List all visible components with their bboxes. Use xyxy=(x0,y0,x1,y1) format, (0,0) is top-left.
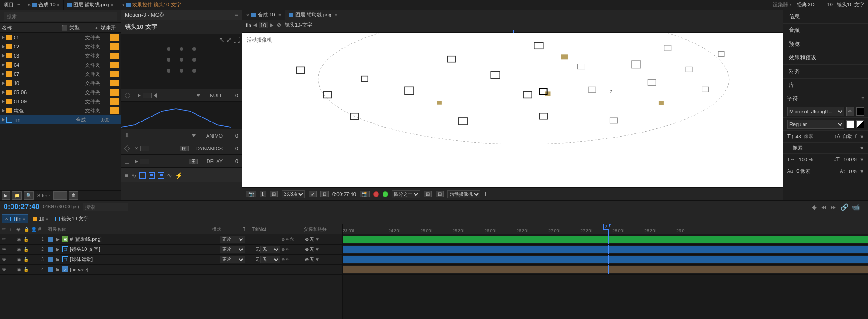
layer1-lock[interactable]: 🔓 xyxy=(23,237,29,242)
preview-btn-info[interactable]: ℹ xyxy=(260,191,266,197)
new-comp-button[interactable]: ▶ xyxy=(2,191,10,200)
layer4-solo[interactable]: ◉ xyxy=(16,267,22,272)
motion-tb-rect3[interactable] xyxy=(158,172,164,179)
timeline-layer-3[interactable]: 👁 ◉ 🔓 3 ▶ ◫ [球体运动] 正常 无 无 xyxy=(0,255,342,265)
tab-menu-icon[interactable]: ≡ xyxy=(57,3,59,7)
file-item-0809[interactable]: 08-09 文件夹 xyxy=(0,97,121,106)
transport-link[interactable]: 🔗 xyxy=(840,203,849,211)
layer2-lock[interactable]: 🔓 xyxy=(23,247,29,252)
layer3-eye[interactable]: 👁 xyxy=(1,257,7,262)
delay-icon[interactable]: ⊞ xyxy=(189,159,198,164)
layer4-eye[interactable]: 👁 xyxy=(1,267,7,272)
layer3-icon-edit[interactable]: ✏ xyxy=(286,257,289,262)
layer3-solo[interactable]: ◉ xyxy=(16,257,22,262)
layer1-name[interactable]: # [辅助线.png] xyxy=(70,236,219,243)
pixel-value[interactable]: 0 像素 xyxy=(796,168,810,175)
layer1-mode-select[interactable]: 正常 xyxy=(220,236,245,243)
motion-tb-wave-icon[interactable]: ∿ xyxy=(131,172,137,179)
preview-btn-cam[interactable]: 📷 xyxy=(246,191,256,197)
null-checkbox[interactable] xyxy=(125,93,130,98)
file-item-0506[interactable]: 05-06 文件夹 xyxy=(0,88,121,97)
layer3-icon-chain[interactable]: ⊕ xyxy=(281,257,285,262)
layer1-expand[interactable]: ▶ xyxy=(55,237,61,242)
delay-checkbox[interactable] xyxy=(125,159,129,164)
preview-frame-num[interactable]: 10 xyxy=(259,22,268,28)
preview-btn-grid[interactable]: ⊞ xyxy=(270,191,278,197)
motion-tb-rect1[interactable] xyxy=(139,172,146,179)
tab-assistline-menu-icon[interactable]: ≡ xyxy=(111,3,113,7)
bpc-button[interactable] xyxy=(53,191,67,200)
gradient-swatch[interactable] xyxy=(856,120,864,128)
stroke-color-swatch[interactable] xyxy=(846,120,854,128)
fit-view-icon[interactable]: ⤢ xyxy=(226,36,232,43)
layer1-eye[interactable]: 👁 xyxy=(1,237,7,242)
file-item-fin[interactable]: fin 合成 0:00 xyxy=(0,115,121,124)
preview-tab-close-icon[interactable]: ✕ xyxy=(246,13,250,17)
file-item-01[interactable]: 01 文件夹 xyxy=(0,33,121,42)
transport-add-keyframe[interactable]: ◆ xyxy=(811,203,818,211)
motion-tb-menu-icon[interactable]: ≡ xyxy=(125,172,128,179)
layer2-name[interactable]: [镜头10-文字] xyxy=(70,246,219,253)
preview-fin-label[interactable]: fin xyxy=(246,22,251,28)
font-pencil-btn[interactable]: ✏ xyxy=(846,107,854,116)
font-family-select[interactable]: Microsoft JhengH... xyxy=(787,107,844,116)
tab-fin-menu-icon[interactable]: ≡ xyxy=(23,217,25,221)
zero-pct-value[interactable]: 0 % xyxy=(849,169,857,174)
layer2-icon-edit[interactable]: ✏ xyxy=(286,247,289,252)
tab-effects-close-icon[interactable]: ✕ xyxy=(121,3,125,7)
timeline-layer-2[interactable]: 👁 ◉ 🔓 2 ▶ ◫ [镜头10-文字] 正常 无 无 xyxy=(0,245,342,255)
layer4-expand[interactable]: ▶ xyxy=(55,267,61,272)
dynamics-diamond[interactable] xyxy=(124,145,130,151)
timeline-search-input[interactable] xyxy=(83,203,128,211)
layer2-eye[interactable]: 👁 xyxy=(1,247,7,252)
layer4-name[interactable]: [fin.wav] xyxy=(70,267,186,272)
preview-nav-next[interactable]: ▶ xyxy=(270,22,273,28)
file-item-03[interactable]: 03 文件夹 xyxy=(0,51,121,60)
preview-zoom-select[interactable]: 33.3% 50% 100% xyxy=(282,190,305,198)
tab-assist-line[interactable]: 图层 辅助线.png ≡ xyxy=(64,0,117,10)
preview-tab-menu-icon[interactable]: ≡ xyxy=(278,13,281,17)
preview-tab2-menu-icon[interactable]: ≡ xyxy=(335,13,337,17)
null-input[interactable] xyxy=(143,93,152,98)
metric-dropdown-icon[interactable]: ▼ xyxy=(859,145,864,151)
project-menu-icon[interactable]: ≡ xyxy=(17,2,20,8)
preview-btn-fit[interactable]: ⤢ xyxy=(309,191,317,197)
layer4-lock[interactable]: 🔓 xyxy=(23,267,29,272)
right-panel-effects-presets[interactable]: 效果和预设 xyxy=(783,51,868,65)
full-screen-icon[interactable]: ⛶ xyxy=(234,36,240,43)
preview-tab-assistline[interactable]: 图层 辅助线.png ≡ xyxy=(285,10,342,20)
layer1-icon-edit[interactable]: ✏ xyxy=(286,237,289,242)
preview-btn-trans2[interactable]: ⊟ xyxy=(436,191,444,197)
layer1-parent-dropdown[interactable]: ▼ xyxy=(315,237,320,242)
font-color-swatch[interactable] xyxy=(856,107,864,116)
tab-fin-close-icon[interactable]: ✕ xyxy=(5,217,9,221)
file-item-purecolor[interactable]: 纯色 文件夹 xyxy=(0,106,121,115)
preview-tab-compose10[interactable]: ✕ 合成 10 ≡ xyxy=(242,10,285,20)
tab-effects[interactable]: ✕ 效果控件 镜头10-文字 xyxy=(117,0,185,10)
preview-nav-prev[interactable]: ◀ xyxy=(253,22,257,28)
size-value[interactable]: 48 xyxy=(795,134,801,139)
percent-dropdown-icon[interactable]: ▼ xyxy=(859,157,864,162)
motion-tb-tilde-icon[interactable]: ∿ xyxy=(167,172,172,179)
layer2-parent-dropdown[interactable]: ▼ xyxy=(315,247,320,252)
timeline-layer-4[interactable]: 👁 ◉ 🔓 4 ▶ ♪ [fin.wav] xyxy=(0,265,342,275)
percent2-dropdown-icon[interactable]: ▼ xyxy=(859,169,864,174)
select-tool-icon[interactable]: ↖ xyxy=(219,36,224,43)
file-item-07[interactable]: 07 文件夹 xyxy=(0,69,121,79)
layer3-expand[interactable]: ▶ xyxy=(55,257,61,262)
layer2-expand[interactable]: ▶ xyxy=(55,247,61,252)
tab-compose10[interactable]: ✕ 合成 10 ≡ xyxy=(24,0,64,10)
preview-btn-snap[interactable]: 📸 xyxy=(360,191,370,197)
motion-tb-rect2[interactable] xyxy=(149,172,155,179)
tab-10-menu-icon[interactable]: ≡ xyxy=(46,217,48,221)
dynamics-input[interactable] xyxy=(140,146,149,151)
transport-next-keyframe[interactable]: ⏭ xyxy=(830,203,838,211)
font-style-select[interactable]: Regular Bold xyxy=(787,120,844,129)
new-folder-button[interactable]: 📁 xyxy=(12,191,22,200)
transport-prev-keyframe[interactable]: ⏮ xyxy=(820,203,828,211)
preview-btn-alpha[interactable]: ⊡ xyxy=(320,191,329,197)
right-panel-audio[interactable]: 音频 xyxy=(783,24,868,37)
file-item-10[interactable]: 10 文件夹 xyxy=(0,79,121,88)
motion-tb-lightning-icon[interactable]: ⚡ xyxy=(175,172,183,179)
size-dropdown-icon[interactable]: ▼ xyxy=(859,134,864,139)
